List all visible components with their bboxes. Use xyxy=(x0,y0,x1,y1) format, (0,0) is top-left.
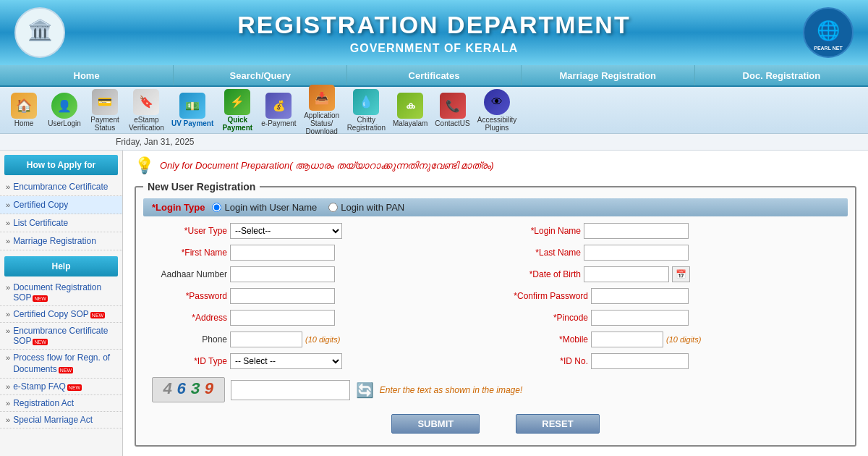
logo-left: 🏛️ xyxy=(11,4,69,61)
confirm-password-label: *Confirm Password xyxy=(501,291,588,301)
sidebar-item-list-cert[interactable]: » List Certificate xyxy=(0,214,122,232)
address-label: *Address xyxy=(148,313,227,323)
toolbar-quick[interactable]: ⚡ QuickPayment xyxy=(221,89,254,132)
user-type-row: *User Type --Select-- xyxy=(143,221,494,241)
pincode-input[interactable] xyxy=(591,310,689,326)
user-type-label: *User Type xyxy=(148,226,227,236)
toolbar-contact[interactable]: 📞 ContactUS xyxy=(435,93,469,127)
id-no-input[interactable] xyxy=(591,353,689,369)
captcha-input[interactable] xyxy=(231,380,350,400)
aadhaar-row: Aadhaar Number xyxy=(143,264,494,284)
toolbar-access[interactable]: 👁 AccessibilityPlugins xyxy=(477,89,516,132)
phone-input[interactable] xyxy=(230,332,302,347)
captcha-digit-2: 6 xyxy=(176,381,186,399)
nav-item-marriage[interactable]: Marriage Registration xyxy=(522,65,695,85)
sidebar: How to Apply for » Encumbrance Certifica… xyxy=(0,151,123,456)
toolbar-home-label: Home xyxy=(14,119,34,127)
login-pan-option[interactable]: Login with PAN xyxy=(328,202,404,213)
sidebar-item-doc-reg-sop[interactable]: » Document Registration SOPNEW xyxy=(0,279,122,306)
nav-item-search[interactable]: Search/Query xyxy=(174,65,347,85)
first-name-input[interactable] xyxy=(230,245,335,261)
sidebar-item-process-flow[interactable]: » Process flow for Regn. of DocumentsNEW xyxy=(0,350,122,379)
toolbar-payment[interactable]: 💳 PaymentStatus xyxy=(88,89,122,132)
sidebar-item-certified-copy[interactable]: » Certified Copy xyxy=(0,196,122,214)
sidebar-item-label: Encumbrance Certificate xyxy=(13,182,108,192)
captcha-digit-1: 4 xyxy=(163,381,172,399)
first-name-row: *First Name xyxy=(143,242,494,263)
help-btn: Help xyxy=(4,256,118,276)
sidebar-arrow: » xyxy=(6,219,10,227)
toolbar-payment-label: PaymentStatus xyxy=(90,116,119,132)
toolbar-estamp[interactable]: 🔖 eStampVerification xyxy=(129,89,164,132)
password-label: *Password xyxy=(148,291,227,301)
reset-btn[interactable]: RESET xyxy=(516,414,599,434)
pincode-label: *Pincode xyxy=(501,313,588,323)
nav-item-doc[interactable]: Doc. Registration xyxy=(695,65,868,85)
captcha-row: 4 6 3 9 🔄 Enter the text as shown in the… xyxy=(143,373,848,407)
phone-hint: (10 digits) xyxy=(305,335,340,344)
sidebar-item-enc-cert[interactable]: » Encumbrance Certificate xyxy=(0,178,122,196)
toolbar-appstatus-label: ApplicationStatus/Download xyxy=(304,111,339,135)
phone-row: Phone (10 digits) xyxy=(143,329,494,350)
toolbar-epay-label: e-Payment xyxy=(261,119,296,127)
notice-row: 💡 Only for Document Preparation( ആധാരം ത… xyxy=(135,156,856,175)
last-name-input[interactable] xyxy=(584,245,689,261)
nav-item-certs[interactable]: Certificates xyxy=(347,65,521,85)
login-type-bar: *Login Type Login with User Name Login w… xyxy=(143,198,848,216)
aadhaar-input[interactable] xyxy=(230,266,335,282)
login-username-radio[interactable] xyxy=(212,203,221,212)
form-title: New User Registration xyxy=(143,181,260,193)
notice-text: Only for Document Preparation( ആധാരം തയ്… xyxy=(160,160,494,172)
confirm-password-row: *Confirm Password xyxy=(497,286,848,306)
svg-text:🌐: 🌐 xyxy=(817,19,841,42)
sidebar-item-cert-copy-sop[interactable]: » Certified Copy SOPNEW xyxy=(0,306,122,323)
login-username-option[interactable]: Login with User Name xyxy=(212,202,317,213)
sidebar-item-reg-act[interactable]: » Registration Act xyxy=(0,395,122,412)
login-type-label: *Login Type xyxy=(152,202,205,213)
aadhaar-label: Aadhaar Number xyxy=(148,269,227,279)
logo-right: 🌐 PEARL NET xyxy=(799,4,857,61)
captcha-refresh-btn[interactable]: 🔄 xyxy=(356,381,374,399)
login-name-input[interactable] xyxy=(584,223,689,239)
pincode-row: *Pincode xyxy=(497,308,848,328)
login-pan-radio[interactable] xyxy=(328,203,338,212)
password-input[interactable] xyxy=(230,288,335,304)
toolbar-chitty[interactable]: 💧 ChittyRegistration xyxy=(347,89,386,132)
toolbar-malayalam-label: Malayalam xyxy=(393,119,427,127)
toolbar-userlogin-label: UserLogin xyxy=(48,119,81,127)
sidebar-item-marriage-reg[interactable]: » Marriage Registration xyxy=(0,232,122,250)
toolbar-epay[interactable]: 💰 e-Payment xyxy=(261,93,296,127)
form-fieldset: New User Registration *Login Type Login … xyxy=(135,181,856,447)
toolbar-malayalam[interactable]: ക Malayalam xyxy=(393,93,427,127)
toolbar: 🏠 Home 👤 UserLogin 💳 PaymentStatus 🔖 eSt… xyxy=(0,87,868,134)
toolbar-uv-label: UV Payment xyxy=(171,119,213,127)
address-row: *Address xyxy=(143,308,494,328)
toolbar-userlogin[interactable]: 👤 UserLogin xyxy=(48,93,81,127)
toolbar-appstatus[interactable]: 📥 ApplicationStatus/Download xyxy=(304,85,340,135)
toolbar-home[interactable]: 🏠 Home xyxy=(7,93,41,127)
toolbar-uv[interactable]: 💵 UV Payment xyxy=(171,93,213,127)
main-content: 💡 Only for Document Preparation( ആധാരം ത… xyxy=(123,151,868,456)
sidebar-item-enc-cert-sop[interactable]: » Encumbrance Certificate SOPNEW xyxy=(0,323,122,350)
dob-input[interactable] xyxy=(584,266,669,282)
user-type-select[interactable]: --Select-- xyxy=(230,223,342,239)
login-name-row: *Login Name xyxy=(497,221,848,241)
sidebar-item-estamp-faq[interactable]: » e-Stamp FAQNEW xyxy=(0,379,122,395)
nav-item-home[interactable]: Home xyxy=(0,65,174,85)
last-name-row: *Last Name xyxy=(497,242,848,263)
sidebar-arrow: » xyxy=(6,237,10,245)
dob-calendar-btn[interactable]: 📅 xyxy=(672,266,690,282)
submit-btn[interactable]: SUBMIT xyxy=(391,414,480,434)
header-title: REGISTRATION DEPARTMENT xyxy=(69,11,799,39)
first-name-label: *First Name xyxy=(148,248,227,258)
confirm-password-input[interactable] xyxy=(591,288,689,304)
sidebar-item-special-marriage[interactable]: » Special Marriage Act xyxy=(0,412,122,428)
how-to-apply-btn[interactable]: How to Apply for xyxy=(4,155,118,175)
sidebar-item-label: Certified Copy xyxy=(13,200,68,210)
toolbar-access-label: AccessibilityPlugins xyxy=(477,116,516,132)
toolbar-quick-label: QuickPayment xyxy=(222,116,252,132)
address-input[interactable] xyxy=(230,310,335,326)
id-type-select[interactable]: -- Select -- xyxy=(230,353,342,369)
mobile-row: *Mobile (10 digits) xyxy=(497,329,848,350)
mobile-input[interactable] xyxy=(591,332,663,347)
